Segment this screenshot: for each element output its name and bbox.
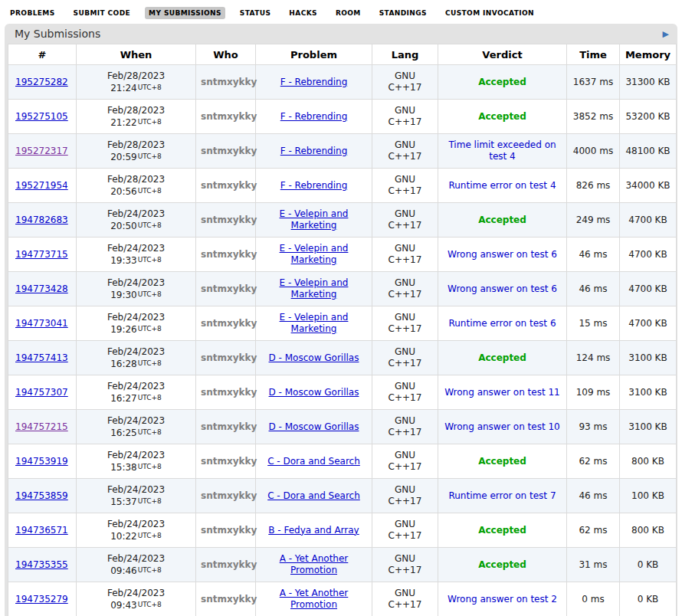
submission-date: Feb/24/2023: [81, 484, 191, 496]
who-link[interactable]: sntmxykky: [201, 249, 257, 260]
column-header-memory: Memory: [620, 44, 677, 65]
submission-row: 194782683 Feb/24/2023 20:50UTC+8 sntmxyk…: [8, 203, 677, 238]
exec-time: 0 ms: [567, 582, 620, 616]
problem-link[interactable]: A - Yet Another Promotion: [280, 553, 349, 575]
problem-link[interactable]: F - Rebrending: [280, 180, 348, 191]
who-link[interactable]: sntmxykky: [201, 77, 257, 87]
lang-label: GNU C++17: [385, 484, 426, 507]
problem-link[interactable]: C - Dora and Search: [267, 456, 360, 467]
nav-item-custom-invocation[interactable]: CUSTOM INVOCATION: [441, 7, 538, 19]
verdict-label: Accepted: [478, 352, 526, 363]
submission-id-link[interactable]: 194735279: [15, 594, 68, 605]
submission-when-cell: Feb/24/2023 09:46UTC+8: [77, 548, 196, 582]
submission-date: Feb/28/2023: [81, 139, 191, 151]
problem-link[interactable]: F - Rebrending: [280, 77, 348, 87]
submissions-table: #WhenWhoProblemLangVerdictTimeMemory 195…: [8, 44, 677, 616]
problem-link[interactable]: D - Moscow Gorillas: [269, 421, 359, 432]
nav-item-status[interactable]: STATUS: [236, 7, 275, 19]
who-link[interactable]: sntmxykky: [201, 283, 257, 294]
problem-link[interactable]: F - Rebrending: [280, 146, 348, 156]
who-link[interactable]: sntmxykky: [201, 559, 257, 570]
problem-link[interactable]: E - Velepin and Marketing: [280, 312, 349, 334]
nav-item-problems[interactable]: PROBLEMS: [6, 7, 59, 19]
timezone-label: UTC+8: [138, 290, 162, 298]
problem-link[interactable]: E - Velepin and Marketing: [280, 243, 349, 265]
submission-row: 194757307 Feb/24/2023 16:27UTC+8 sntmxyk…: [8, 375, 677, 410]
submission-id-link[interactable]: 194735355: [15, 559, 68, 570]
exec-time: 46 ms: [567, 272, 620, 306]
who-link[interactable]: sntmxykky: [201, 456, 257, 467]
problem-link[interactable]: E - Velepin and Marketing: [280, 277, 349, 300]
column-header-verdict: Verdict: [438, 44, 567, 65]
submission-id-link[interactable]: 194782683: [15, 215, 68, 225]
submission-id-link[interactable]: 195271954: [15, 180, 68, 191]
timezone-label: UTC+8: [138, 325, 162, 333]
timezone-label: UTC+8: [138, 152, 162, 160]
nav-item-submit-code[interactable]: SUBMIT CODE: [70, 7, 135, 19]
submission-id-link[interactable]: 195272317: [15, 146, 68, 156]
who-link[interactable]: sntmxykky: [201, 318, 257, 329]
who-link[interactable]: sntmxykky: [201, 146, 257, 156]
submission-row: 194773715 Feb/24/2023 19:33UTC+8 sntmxyk…: [8, 238, 677, 272]
submission-id-link[interactable]: 194757215: [15, 421, 68, 432]
who-link[interactable]: sntmxykky: [201, 111, 257, 122]
submission-time: 20:56: [110, 186, 137, 197]
problem-link[interactable]: C - Dora and Search: [267, 490, 360, 501]
who-link[interactable]: sntmxykky: [201, 421, 257, 432]
who-link[interactable]: sntmxykky: [201, 490, 257, 501]
verdict-label: Accepted: [478, 456, 526, 467]
nav-item-standings[interactable]: STANDINGS: [375, 7, 431, 19]
who-link[interactable]: sntmxykky: [201, 594, 257, 605]
timezone-label: UTC+8: [138, 497, 162, 505]
who-link[interactable]: sntmxykky: [201, 215, 257, 225]
problem-link[interactable]: B - Fedya and Array: [268, 525, 359, 536]
submission-when-cell: Feb/24/2023 09:43UTC+8: [77, 582, 196, 616]
problem-link[interactable]: E - Velepin and Marketing: [280, 208, 349, 231]
nav-item-hacks[interactable]: HACKS: [285, 7, 321, 19]
submission-time: 21:24: [110, 83, 137, 93]
verdict-label: Accepted: [478, 525, 526, 536]
submission-date: Feb/24/2023: [81, 346, 191, 358]
submission-id-link[interactable]: 195275105: [15, 111, 68, 122]
who-link[interactable]: sntmxykky: [201, 387, 257, 398]
submission-date: Feb/24/2023: [81, 553, 191, 565]
submission-id-link[interactable]: 194753919: [15, 456, 68, 467]
submission-id-link[interactable]: 194773715: [15, 249, 68, 260]
who-link[interactable]: sntmxykky: [201, 180, 257, 191]
memory: 3100 KB: [620, 410, 677, 444]
submission-id-link[interactable]: 194753859: [15, 490, 68, 501]
submission-id-link[interactable]: 194773041: [15, 318, 68, 329]
memory: 34000 KB: [620, 169, 677, 203]
verdict-label: Wrong answer on test 11: [444, 387, 559, 398]
lang-label: GNU C++17: [385, 415, 426, 438]
submission-id-link[interactable]: 194757413: [15, 352, 68, 363]
submission-id-link[interactable]: 195275282: [15, 77, 68, 87]
submission-time: 15:38: [110, 462, 137, 473]
who-link[interactable]: sntmxykky: [201, 525, 257, 536]
submission-when-cell: Feb/24/2023 19:26UTC+8: [77, 306, 196, 341]
timezone-label: UTC+8: [138, 601, 162, 608]
exec-time: 46 ms: [567, 238, 620, 272]
nav-item-room[interactable]: ROOM: [332, 7, 365, 19]
verdict-label: Accepted: [478, 559, 526, 570]
expand-arrow-icon[interactable]: ▶: [663, 30, 669, 38]
who-link[interactable]: sntmxykky: [201, 352, 257, 363]
submission-row: 195275105 Feb/28/2023 21:22UTC+8 sntmxyk…: [8, 100, 677, 134]
verdict-label: Wrong answer on test 2: [448, 594, 557, 605]
problem-link[interactable]: A - Yet Another Promotion: [280, 588, 349, 610]
submission-date: Feb/24/2023: [81, 450, 191, 461]
problem-link[interactable]: D - Moscow Gorillas: [269, 352, 359, 363]
timezone-label: UTC+8: [138, 221, 162, 229]
submission-id-link[interactable]: 194736571: [15, 525, 68, 536]
submission-time: 10:22: [110, 531, 137, 542]
submission-date: Feb/24/2023: [81, 243, 191, 254]
problem-link[interactable]: D - Moscow Gorillas: [269, 387, 359, 398]
problem-link[interactable]: F - Rebrending: [280, 111, 348, 122]
nav-item-my-submissions[interactable]: MY SUBMISSIONS: [145, 7, 225, 19]
submission-id-link[interactable]: 194773428: [15, 283, 68, 294]
exec-time: 93 ms: [567, 410, 620, 444]
submission-time: 19:26: [110, 324, 137, 335]
lang-label: GNU C++17: [385, 105, 426, 128]
submission-id-link[interactable]: 194757307: [15, 387, 68, 398]
lang-label: GNU C++17: [385, 312, 426, 335]
